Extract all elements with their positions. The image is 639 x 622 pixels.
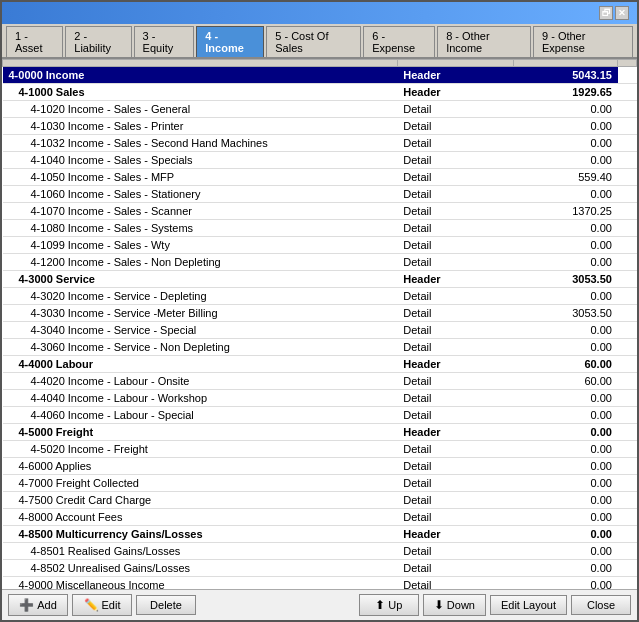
cell-balance: 0.00 [513, 186, 618, 203]
cell-balance: 0.00 [513, 152, 618, 169]
table-row[interactable]: 4-7500 Credit Card ChargeDetail0.00 [3, 492, 637, 509]
cell-type: Detail [397, 509, 513, 526]
cell-balance: 0.00 [513, 339, 618, 356]
close-button[interactable]: Close [571, 595, 631, 615]
table-row[interactable]: 4-7000 Freight CollectedDetail0.00 [3, 475, 637, 492]
table-row[interactable]: 4-1032 Income - Sales - Second Hand Mach… [3, 135, 637, 152]
table-row[interactable]: 4-9000 Miscellaneous IncomeDetail0.00 [3, 577, 637, 590]
cell-type: Detail [397, 441, 513, 458]
edit-layout-button[interactable]: Edit Layout [490, 595, 567, 615]
tab-4-income[interactable]: 4 - Income [196, 26, 264, 57]
cell-account-name: 4-1032 Income - Sales - Second Hand Mach… [3, 135, 398, 152]
table-row[interactable]: 4-3030 Income - Service -Meter BillingDe… [3, 305, 637, 322]
cell-account-name: 4-9000 Miscellaneous Income [3, 577, 398, 590]
cell-account-name: 4-1000 Sales [3, 84, 398, 101]
cell-type: Detail [397, 220, 513, 237]
tab-9-other-expense[interactable]: 9 - Other Expense [533, 26, 633, 57]
restore-button[interactable]: 🗗 [599, 6, 613, 20]
footer: ➕Add✏️EditDelete⬆Up⬇DownEdit LayoutClose [2, 589, 637, 620]
edit-layout-label: Edit Layout [501, 599, 556, 611]
cell-type: Header [397, 424, 513, 441]
table-row[interactable]: 4-1060 Income - Sales - StationeryDetail… [3, 186, 637, 203]
cell-balance: 60.00 [513, 373, 618, 390]
cell-balance: 0.00 [513, 492, 618, 509]
table-row[interactable]: 4-3060 Income - Service - Non DepletingD… [3, 339, 637, 356]
edit-button[interactable]: ✏️Edit [72, 594, 132, 616]
table-row[interactable]: 4-1040 Income - Sales - SpecialsDetail0.… [3, 152, 637, 169]
table-row[interactable]: 4-8501 Realised Gains/LossesDetail0.00 [3, 543, 637, 560]
tab-8-other-income[interactable]: 8 - Other Income [437, 26, 531, 57]
table-row[interactable]: 4-5020 Income - FreightDetail0.00 [3, 441, 637, 458]
cell-balance: 0.00 [513, 220, 618, 237]
col-header-balance [513, 60, 618, 67]
ledger-table: 4-0000 IncomeHeader5043.154-1000 SalesHe… [2, 59, 637, 589]
cell-type: Detail [397, 475, 513, 492]
table-row[interactable]: 4-1099 Income - Sales - WtyDetail0.00 [3, 237, 637, 254]
table-row[interactable]: 4-5000 FreightHeader0.00 [3, 424, 637, 441]
cell-type: Header [397, 84, 513, 101]
up-icon: ⬆ [375, 598, 385, 612]
cell-type: Header [397, 271, 513, 288]
tab-3-equity[interactable]: 3 - Equity [134, 26, 195, 57]
table-row[interactable]: 4-6000 AppliesDetail0.00 [3, 458, 637, 475]
cell-type: Detail [397, 254, 513, 271]
general-ledger-window: 🗗 ✕ 1 - Asset2 - Liability3 - Equity4 - … [0, 0, 639, 622]
table-row[interactable]: 4-3040 Income - Service - SpecialDetail0… [3, 322, 637, 339]
cell-account-name: 4-1099 Income - Sales - Wty [3, 237, 398, 254]
table-row[interactable]: 4-0000 IncomeHeader5043.15 [3, 67, 637, 84]
table-row[interactable]: 4-8502 Unrealised Gains/LossesDetail0.00 [3, 560, 637, 577]
cell-type: Header [397, 356, 513, 373]
scroll-placeholder [618, 60, 637, 67]
table-row[interactable]: 4-3020 Income - Service - DepletingDetai… [3, 288, 637, 305]
close-button[interactable]: ✕ [615, 6, 629, 20]
delete-button[interactable]: Delete [136, 595, 196, 615]
cell-type: Detail [397, 407, 513, 424]
cell-account-name: 4-1080 Income - Sales - Systems [3, 220, 398, 237]
table-row[interactable]: 4-8000 Account FeesDetail0.00 [3, 509, 637, 526]
ledger-table-body: 4-0000 IncomeHeader5043.154-1000 SalesHe… [3, 67, 637, 590]
cell-balance: 0.00 [513, 135, 618, 152]
cell-type: Header [397, 526, 513, 543]
cell-account-name: 4-8501 Realised Gains/Losses [3, 543, 398, 560]
title-bar-buttons: 🗗 ✕ [599, 6, 629, 20]
table-row[interactable]: 4-4020 Income - Labour - OnsiteDetail60.… [3, 373, 637, 390]
edit-icon: ✏️ [84, 598, 99, 612]
tab-6-expense[interactable]: 6 - Expense [363, 26, 435, 57]
down-button[interactable]: ⬇Down [423, 594, 486, 616]
cell-account-name: 4-8502 Unrealised Gains/Losses [3, 560, 398, 577]
cell-account-name: 4-3060 Income - Service - Non Depleting [3, 339, 398, 356]
col-header-type [397, 60, 513, 67]
tab-2-liability[interactable]: 2 - Liability [65, 26, 131, 57]
table-row[interactable]: 4-8500 Multicurrency Gains/LossesHeader0… [3, 526, 637, 543]
add-button[interactable]: ➕Add [8, 594, 68, 616]
cell-balance: 0.00 [513, 441, 618, 458]
cell-balance: 1929.65 [513, 84, 618, 101]
cell-type: Detail [397, 152, 513, 169]
cell-account-name: 4-5000 Freight [3, 424, 398, 441]
table-row[interactable]: 4-4060 Income - Labour - SpecialDetail0.… [3, 407, 637, 424]
cell-account-name: 4-3020 Income - Service - Depleting [3, 288, 398, 305]
up-button[interactable]: ⬆Up [359, 594, 419, 616]
cell-account-name: 4-3030 Income - Service -Meter Billing [3, 305, 398, 322]
cell-account-name: 4-1020 Income - Sales - General [3, 101, 398, 118]
table-row[interactable]: 4-1200 Income - Sales - Non DepletingDet… [3, 254, 637, 271]
tab-1-asset[interactable]: 1 - Asset [6, 26, 63, 57]
table-row[interactable]: 4-1070 Income - Sales - ScannerDetail137… [3, 203, 637, 220]
table-row[interactable]: 4-1050 Income - Sales - MFPDetail559.40 [3, 169, 637, 186]
add-icon: ➕ [19, 598, 34, 612]
table-row[interactable]: 4-1030 Income - Sales - PrinterDetail0.0… [3, 118, 637, 135]
table-row[interactable]: 4-4000 LabourHeader60.00 [3, 356, 637, 373]
cell-type: Detail [397, 458, 513, 475]
cell-type: Detail [397, 305, 513, 322]
table-row[interactable]: 4-1000 SalesHeader1929.65 [3, 84, 637, 101]
cell-balance: 0.00 [513, 390, 618, 407]
cell-account-name: 4-1030 Income - Sales - Printer [3, 118, 398, 135]
table-row[interactable]: 4-1020 Income - Sales - GeneralDetail0.0… [3, 101, 637, 118]
cell-account-name: 4-8500 Multicurrency Gains/Losses [3, 526, 398, 543]
tab-5-cost-of-sales[interactable]: 5 - Cost Of Sales [266, 26, 361, 57]
table-row[interactable]: 4-3000 ServiceHeader3053.50 [3, 271, 637, 288]
cell-balance: 0.00 [513, 407, 618, 424]
table-row[interactable]: 4-4040 Income - Labour - WorkshopDetail0… [3, 390, 637, 407]
edit-label: Edit [102, 599, 121, 611]
table-row[interactable]: 4-1080 Income - Sales - SystemsDetail0.0… [3, 220, 637, 237]
